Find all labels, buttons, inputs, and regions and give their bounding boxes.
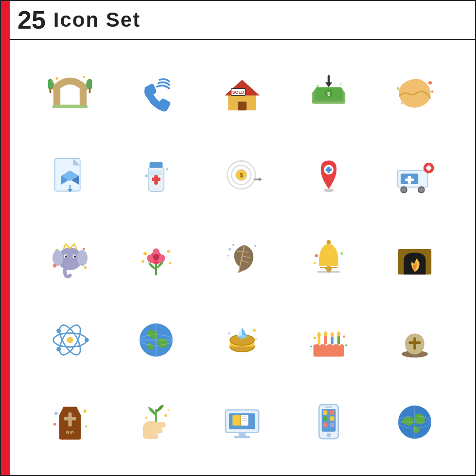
- icon-cell-elephant: [29, 220, 110, 297]
- svg-point-72: [83, 248, 85, 251]
- svg-rect-56: [405, 179, 414, 181]
- arch-gate-icon: [48, 72, 92, 116]
- svg-rect-38: [152, 178, 160, 181]
- svg-point-119: [253, 329, 256, 331]
- icon-cell-rose: [115, 220, 196, 297]
- svg-point-52: [323, 188, 334, 192]
- ring-icon: [220, 318, 264, 362]
- medicine-bottle-icon: [134, 154, 178, 198]
- svg-point-147: [164, 414, 167, 416]
- svg-text:$: $: [327, 91, 330, 97]
- svg-point-149: [167, 409, 169, 411]
- svg-point-70: [84, 266, 86, 269]
- coffin-rip-icon: RIP: [48, 400, 92, 444]
- svg-rect-39: [150, 170, 163, 175]
- svg-rect-122: [313, 344, 344, 357]
- svg-point-128: [324, 331, 327, 337]
- page-wrapper: 25 Icon Set: [0, 0, 476, 476]
- svg-point-133: [310, 345, 312, 347]
- svg-point-143: [83, 409, 86, 412]
- header: 25 Icon Set: [10, 1, 475, 40]
- svg-rect-166: [323, 422, 327, 426]
- svg-marker-48: [259, 177, 262, 182]
- svg-point-107: [56, 347, 61, 351]
- svg-point-23: [340, 84, 342, 85]
- svg-text:$: $: [240, 172, 243, 179]
- svg-point-63: [53, 250, 63, 266]
- svg-rect-36: [150, 162, 163, 168]
- icon-cell-online-book: [202, 383, 283, 460]
- svg-rect-163: [330, 410, 335, 414]
- svg-rect-165: [330, 416, 335, 421]
- svg-point-24: [428, 81, 432, 85]
- icon-grid: SOLD $: [10, 41, 475, 475]
- svg-rect-164: [323, 416, 327, 421]
- svg-text:RIP: RIP: [66, 430, 74, 435]
- location-pin-icon: [307, 154, 351, 198]
- svg-rect-140: [64, 417, 76, 420]
- svg-marker-21: [325, 83, 332, 87]
- svg-rect-0: [53, 105, 88, 108]
- svg-point-105: [84, 338, 88, 342]
- icon-cell-arch: [29, 55, 110, 133]
- atom-icon: [48, 318, 92, 362]
- icon-cell-medical-cart: [374, 137, 456, 215]
- svg-point-7: [55, 77, 58, 80]
- icon-cell-3d-doc: [29, 137, 110, 215]
- icon-cell-fireplace: [374, 220, 456, 297]
- svg-rect-138: [409, 341, 421, 343]
- svg-point-69: [53, 264, 56, 268]
- icon-cell-dollar-spiral: $: [202, 137, 283, 215]
- svg-point-134: [345, 344, 347, 346]
- svg-point-148: [145, 416, 148, 419]
- icon-cell-birthday-cake: [288, 301, 369, 378]
- svg-text:SOLD: SOLD: [232, 90, 245, 95]
- dumpling-icon: [393, 72, 437, 116]
- svg-rect-12: [238, 102, 247, 111]
- header-number: 25: [18, 7, 46, 33]
- icon-cell-ring: [202, 301, 283, 378]
- icon-cell-coffin-rip: RIP: [29, 383, 110, 460]
- svg-point-129: [330, 332, 334, 338]
- mobile-app-icon: [307, 400, 351, 444]
- svg-point-82: [169, 262, 171, 264]
- svg-point-88: [229, 248, 231, 250]
- svg-point-41: [166, 168, 168, 170]
- fireplace-icon: [393, 236, 437, 280]
- svg-point-127: [317, 332, 320, 338]
- icon-cell-money-down: $: [288, 55, 369, 133]
- icon-cell-plant-hand: [115, 383, 196, 460]
- svg-rect-4: [49, 89, 51, 93]
- svg-point-97: [315, 254, 318, 257]
- feather-icon: [220, 236, 264, 280]
- icon-cell-sold-house: SOLD: [202, 55, 283, 133]
- svg-point-78: [153, 254, 159, 260]
- svg-point-58: [418, 187, 424, 193]
- svg-rect-6: [88, 89, 90, 93]
- svg-point-79: [143, 252, 147, 255]
- icon-cell-medicine: [115, 137, 196, 215]
- svg-point-9: [52, 81, 53, 83]
- svg-point-22: [317, 85, 319, 87]
- header-title: Icon Set: [53, 8, 141, 32]
- icon-cell-location: [288, 137, 369, 215]
- dollar-spiral-icon: $: [220, 154, 264, 198]
- svg-point-130: [337, 331, 340, 337]
- svg-point-26: [431, 91, 434, 93]
- svg-point-99: [314, 262, 316, 265]
- svg-point-168: [326, 433, 331, 437]
- svg-point-71: [55, 249, 58, 251]
- svg-point-64: [77, 250, 88, 266]
- svg-rect-51: [326, 169, 332, 171]
- svg-rect-61: [426, 167, 432, 169]
- money-down-icon: $: [307, 72, 351, 116]
- svg-point-81: [141, 260, 144, 262]
- svg-point-120: [228, 332, 230, 335]
- svg-point-104: [67, 337, 73, 343]
- svg-point-98: [340, 252, 343, 255]
- rose-flower-icon: [134, 236, 178, 280]
- svg-point-89: [232, 244, 235, 246]
- svg-point-80: [167, 250, 170, 253]
- svg-rect-159: [234, 436, 250, 438]
- icon-cell-globe2: [374, 383, 456, 460]
